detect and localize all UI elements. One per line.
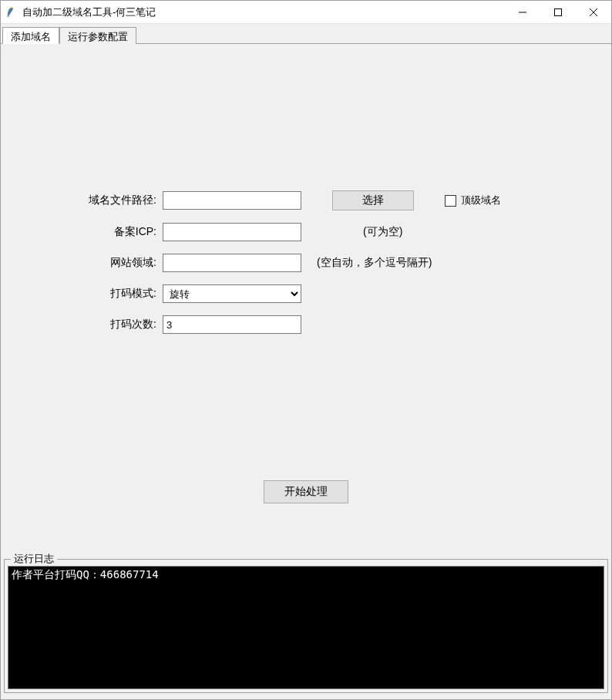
input-site-field[interactable] [163, 254, 301, 272]
svg-rect-1 [555, 8, 562, 15]
label-icp: 备案ICP: [74, 225, 163, 239]
input-domain-file-path[interactable] [163, 191, 301, 210]
checkbox-label-top-domain: 顶级域名 [461, 194, 501, 207]
label-code-times: 打码次数: [74, 318, 163, 331]
maximize-button[interactable] [540, 1, 576, 23]
row-code-times: 打码次数: [1, 315, 611, 334]
titlebar: 自动加二级域名工具-何三笔记 [1, 1, 611, 24]
window-controls [505, 1, 611, 23]
app-icon [5, 6, 18, 19]
row-domain-file-path: 域名文件路径: 选择 顶级域名 [1, 190, 611, 210]
hint-site-field: (空自动，多个逗号隔开) [317, 256, 432, 270]
select-code-mode[interactable]: 旋转 [163, 284, 301, 303]
hint-icp: (可为空) [363, 225, 402, 239]
minimize-button[interactable] [505, 1, 540, 23]
row-code-mode: 打码模式: 旋转 [1, 284, 611, 303]
content-area: 域名文件路径: 选择 顶级域名 备案ICP: (可为空) 网站领域: (空自动，… [1, 44, 611, 699]
form-panel: 域名文件路径: 选择 顶级域名 备案ICP: (可为空) 网站领域: (空自动，… [1, 44, 611, 557]
window-title: 自动加二级域名工具-何三笔记 [22, 5, 505, 19]
log-section: 运行日志 作者平台打码QQ：466867714 [4, 559, 608, 693]
label-code-mode: 打码模式: [74, 287, 163, 301]
tab-run-config[interactable]: 运行参数配置 [59, 27, 136, 44]
input-code-times[interactable] [163, 315, 301, 334]
row-icp: 备案ICP: (可为空) [1, 223, 611, 241]
input-icp[interactable] [163, 223, 301, 241]
checkbox-box-icon[interactable] [445, 195, 456, 207]
log-output[interactable]: 作者平台打码QQ：466867714 [8, 566, 604, 689]
tab-add-domain[interactable]: 添加域名 [2, 27, 59, 44]
select-button[interactable]: 选择 [332, 190, 414, 210]
label-site-field: 网站领域: [74, 256, 163, 270]
start-button[interactable]: 开始处理 [264, 480, 348, 503]
label-domain-file-path: 域名文件路径: [74, 194, 163, 207]
log-section-label: 运行日志 [11, 552, 57, 566]
row-site-field: 网站领域: (空自动，多个逗号隔开) [1, 254, 611, 272]
start-row: 开始处理 [1, 480, 611, 503]
close-button[interactable] [576, 1, 611, 23]
checkbox-top-domain[interactable]: 顶级域名 [445, 194, 501, 207]
tab-bar: 添加域名 运行参数配置 [1, 24, 611, 44]
main-window: 自动加二级域名工具-何三笔记 添加域名 运行参数配置 域名文件路径: 选择 [0, 0, 612, 700]
